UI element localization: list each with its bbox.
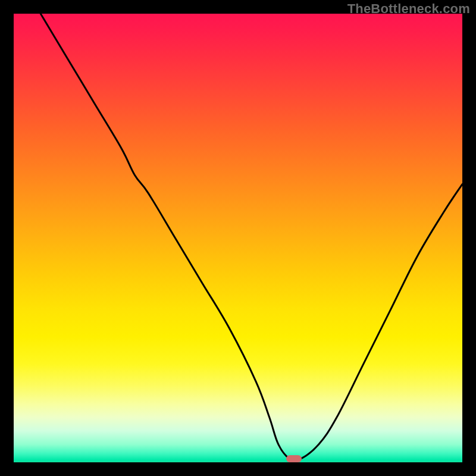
plot-area xyxy=(14,14,462,462)
optimal-marker xyxy=(286,455,302,462)
curve-svg xyxy=(14,14,462,462)
bottleneck-curve xyxy=(40,14,462,461)
chart-frame: TheBottleneck.com xyxy=(0,0,476,476)
watermark-text: TheBottleneck.com xyxy=(347,1,470,17)
